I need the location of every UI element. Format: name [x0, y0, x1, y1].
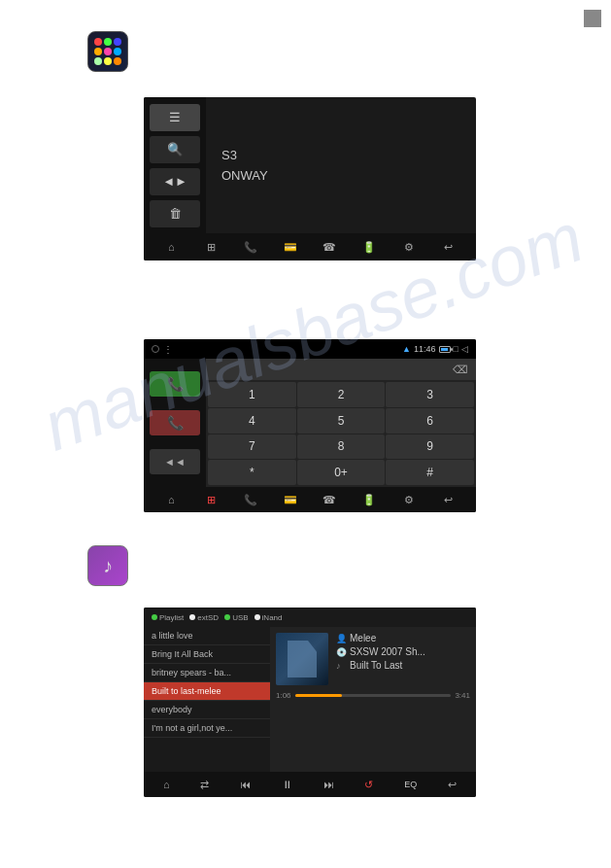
- footer-phone-icon[interactable]: 📞: [240, 236, 261, 258]
- p3-back-btn[interactable]: ↩: [448, 779, 457, 791]
- panel3-footer: ⌂ ⇄ ⏮ ⏸ ⏭ ↺ EQ ↩: [144, 772, 476, 797]
- p3-eq-btn[interactable]: EQ: [404, 780, 417, 789]
- source-playlist[interactable]: Playlist: [152, 613, 184, 622]
- wifi-icon: ▲: [402, 344, 411, 354]
- panel2-footer: ⌂ ⊞ 📞 💳 ☎ 🔋 ⚙ ↩: [144, 487, 476, 512]
- key-7[interactable]: 7: [208, 434, 296, 460]
- p2-footer-call[interactable]: ☎: [319, 489, 340, 510]
- back-btn[interactable]: ◄►: [150, 168, 200, 195]
- list-btn[interactable]: ☰: [150, 104, 200, 131]
- p2-footer-grid[interactable]: ⊞: [200, 489, 221, 510]
- panel1-footer: ⌂ ⊞ 📞 💳 ☎ 🔋 ⚙ ↩: [144, 233, 476, 260]
- p2-footer-phone[interactable]: 📞: [240, 489, 261, 510]
- panel1-label2: ONWAY: [221, 168, 460, 183]
- source-extsd[interactable]: extSD: [189, 613, 219, 622]
- p2-footer-back[interactable]: ↩: [438, 489, 459, 510]
- extsd-label: extSD: [197, 613, 219, 622]
- playlist-item-6[interactable]: I'm not a girl,not ye...: [144, 719, 270, 738]
- usb-label: USB: [232, 613, 248, 622]
- topbar-right: ▲ 11:46 □ ◁: [402, 344, 468, 354]
- track-title: Built To Last: [350, 660, 402, 671]
- usb-dot: [224, 614, 230, 620]
- clock: 11:46: [414, 344, 436, 354]
- p3-prev-btn[interactable]: ⏮: [240, 779, 251, 790]
- panel3-music: Playlist extSD USB iNand a little love B…: [144, 608, 476, 797]
- music-player: 👤 Melee 💿 SXSW 2007 Sh... ♪ Built To Las…: [270, 627, 476, 772]
- window-control[interactable]: [584, 10, 601, 27]
- panel1-sidebar: ☰ 🔍 ◄► 🗑: [144, 97, 206, 233]
- call-rewind-btn[interactable]: ◄◄: [150, 449, 200, 474]
- key-star[interactable]: *: [208, 460, 296, 485]
- track-meta: 👤 Melee 💿 SXSW 2007 Sh... ♪ Built To Las…: [336, 633, 425, 671]
- key-6[interactable]: 6: [386, 408, 474, 434]
- playlist-dot: [152, 614, 157, 620]
- extsd-dot: [189, 614, 195, 620]
- footer-home-icon[interactable]: ⌂: [160, 236, 182, 258]
- p3-repeat-btn[interactable]: ↺: [364, 779, 373, 791]
- time-total: 3:41: [455, 691, 470, 700]
- progress-track[interactable]: [295, 694, 452, 697]
- key-1[interactable]: 1: [208, 382, 296, 407]
- delete-btn[interactable]: 🗑: [150, 200, 200, 227]
- music-app-icon[interactable]: ♪: [87, 545, 128, 586]
- key-9[interactable]: 9: [386, 434, 474, 460]
- p3-shuffle-btn[interactable]: ⇄: [200, 779, 209, 791]
- p2-footer-battery[interactable]: 🔋: [358, 489, 380, 510]
- source-inand[interactable]: iNand: [255, 613, 283, 622]
- p3-home-btn[interactable]: ⌂: [163, 779, 170, 790]
- search-btn[interactable]: 🔍: [150, 136, 200, 163]
- call-accept-btn[interactable]: 📞: [150, 371, 200, 397]
- panel2-dialer-right: ⌫ 1 2 3 4 5 6 7 8 9 * 0+ #: [206, 359, 476, 487]
- progress-fill: [295, 694, 342, 697]
- footer-grid-icon[interactable]: ⊞: [200, 236, 221, 258]
- inand-label: iNand: [262, 613, 283, 622]
- p2-footer-home[interactable]: ⌂: [160, 489, 182, 510]
- p3-play-btn[interactable]: ⏸: [282, 779, 292, 790]
- playlist-item-4[interactable]: Built to last-melee: [144, 682, 270, 701]
- key-hash[interactable]: #: [386, 460, 474, 485]
- key-0[interactable]: 0+: [297, 460, 386, 485]
- panel1-content: S3 ONWAY: [206, 97, 476, 233]
- call-end-btn[interactable]: 📞: [150, 410, 200, 435]
- key-8[interactable]: 8: [297, 434, 386, 460]
- key-3[interactable]: 3: [386, 382, 474, 407]
- music-note-icon: ♪: [103, 555, 113, 577]
- playlist-item-5[interactable]: everybody: [144, 701, 270, 719]
- panel1-label1: S3: [221, 148, 460, 162]
- footer-sim-icon[interactable]: 💳: [280, 236, 301, 258]
- key-2[interactable]: 2: [297, 382, 386, 407]
- status-circle: [152, 345, 159, 353]
- panel2-dialer: ⋮ ▲ 11:46 □ ◁ 📞 📞 ◄◄ ⌫ 1 2 3 4: [144, 339, 476, 512]
- panel1-screen: ☰ 🔍 ◄► 🗑 S3 ONWAY ⌂ ⊞ 📞 💳 ☎ 🔋 ⚙ ↩: [144, 97, 476, 260]
- battery-status: [439, 346, 451, 353]
- playlist-item-1[interactable]: a little love: [144, 627, 270, 645]
- p2-footer-gear[interactable]: ⚙: [398, 489, 420, 510]
- footer-back-icon[interactable]: ↩: [438, 236, 459, 258]
- android-nav-back: ◁: [461, 344, 468, 354]
- progress-bar[interactable]: 1:06 3:41: [276, 689, 470, 702]
- panel2-call-buttons: 📞 📞 ◄◄: [144, 359, 206, 487]
- inand-dot: [255, 614, 260, 620]
- artist-icon: 👤: [336, 634, 346, 643]
- key-5[interactable]: 5: [297, 408, 386, 434]
- source-usb[interactable]: USB: [224, 613, 248, 622]
- app-icon-settings[interactable]: [87, 31, 128, 72]
- panel3-topbar: Playlist extSD USB iNand: [144, 608, 476, 627]
- p2-footer-sim[interactable]: 💳: [280, 489, 301, 510]
- album-art: [276, 633, 328, 685]
- p3-next-btn[interactable]: ⏭: [323, 779, 334, 790]
- time-current: 1:06: [276, 691, 291, 700]
- album-icon: 💿: [336, 647, 346, 657]
- playlist-label: Playlist: [159, 613, 184, 622]
- footer-call-icon[interactable]: ☎: [319, 236, 340, 258]
- playlist: a little love Bring It All Back britney …: [144, 627, 270, 772]
- playlist-item-3[interactable]: britney spears - ba...: [144, 664, 270, 682]
- dialer-grid: 1 2 3 4 5 6 7 8 9 * 0+ #: [206, 380, 476, 487]
- playlist-item-2[interactable]: Bring It All Back: [144, 645, 270, 664]
- footer-battery-icon[interactable]: 🔋: [358, 236, 380, 258]
- footer-gear-icon[interactable]: ⚙: [398, 236, 420, 258]
- backspace-icon[interactable]: ⌫: [453, 364, 468, 376]
- android-nav-square: □: [454, 344, 458, 354]
- key-4[interactable]: 4: [208, 408, 296, 434]
- status-dots: ⋮: [163, 344, 174, 355]
